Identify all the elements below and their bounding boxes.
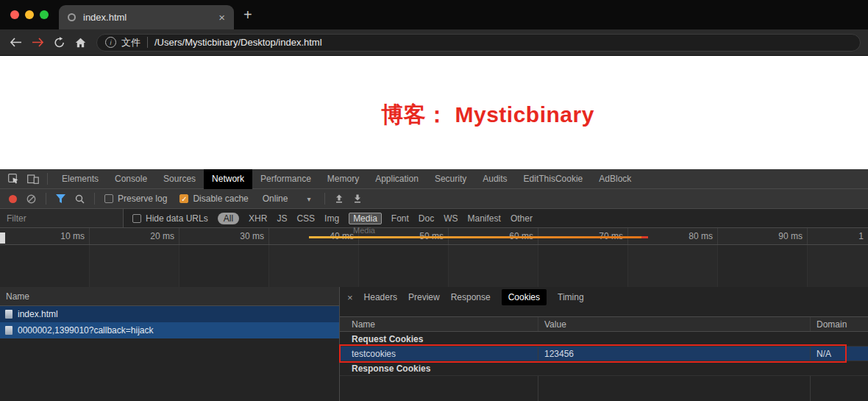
search-icon[interactable] (75, 194, 85, 204)
timeline-column: 1 (808, 228, 868, 244)
devtools-tab-application[interactable]: Application (367, 169, 427, 189)
browser-tab[interactable]: index.html × (59, 5, 234, 29)
timeline-tick-label: 30 ms (240, 231, 264, 241)
timeline-column: 30 ms (179, 228, 269, 244)
filter-type-doc[interactable]: Doc (419, 213, 434, 224)
detail-tab-response[interactable]: Response (451, 292, 491, 302)
preserve-log-label: Preserve log (118, 194, 167, 204)
hide-data-urls-checkbox[interactable]: Hide data URLs (132, 213, 208, 224)
throttling-select[interactable]: Online ▾ (263, 194, 311, 204)
device-toolbar-icon[interactable] (27, 174, 39, 184)
forward-button[interactable] (32, 38, 44, 47)
checkbox-unchecked[interactable] (104, 194, 113, 203)
filler-cell (538, 376, 811, 401)
hide-data-urls-label: Hide data URLs (146, 213, 208, 224)
new-tab-button[interactable]: + (243, 7, 252, 23)
cookie-value: 123456 (538, 347, 811, 361)
waterfall-column (179, 245, 269, 287)
devtools-tab-elements[interactable]: Elements (54, 169, 107, 189)
filter-type-media[interactable]: Media (349, 213, 382, 224)
checkbox-checked[interactable]: ✓ (179, 194, 188, 203)
record-button[interactable] (9, 195, 17, 203)
timeline-scroll-handle[interactable] (0, 233, 5, 244)
devtools-tab-console[interactable]: Console (107, 169, 155, 189)
detail-tab-cookies[interactable]: Cookies (502, 289, 547, 305)
url-bar[interactable]: i 文件 /Users/Mysticbinary/Desktop/index.h… (96, 34, 861, 52)
close-detail-icon[interactable]: × (347, 292, 353, 303)
import-har-icon[interactable] (335, 194, 344, 203)
detail-tab-timing[interactable]: Timing (558, 292, 584, 302)
network-filter-bar: Hide data URLs All XHR JS CSS Img Media … (0, 209, 868, 228)
home-icon[interactable] (75, 38, 86, 48)
page-title: 博客： Mysticbinary (107, 100, 868, 130)
cookie-row-testcookies[interactable]: testcookies 123456 N/A (340, 347, 868, 361)
devtools-tab-network[interactable]: Network (204, 169, 252, 189)
timeline-tick-label: 20 ms (150, 231, 174, 241)
page-info-icon[interactable]: i (105, 37, 116, 48)
window-controls (10, 10, 49, 19)
toolbar-divider (94, 193, 95, 205)
col-header-name[interactable]: Name (340, 317, 538, 331)
tab-close-icon[interactable]: × (218, 12, 225, 23)
filter-type-xhr[interactable]: XHR (249, 213, 267, 224)
preserve-log-checkbox[interactable]: Preserve log (104, 194, 167, 204)
filter-type-all[interactable]: All (218, 213, 239, 224)
minimize-window-button[interactable] (25, 10, 34, 19)
filter-type-ws[interactable]: WS (444, 213, 458, 224)
devtools-tab-memory[interactable]: Memory (319, 169, 367, 189)
filter-funnel-icon[interactable] (56, 194, 65, 203)
devtools-tab-adblock[interactable]: AdBlock (591, 169, 639, 189)
request-name: 0000002,1399010?callback=hijack (18, 325, 153, 336)
clear-button[interactable] (26, 194, 36, 204)
devtools-tab-bar: Elements Console Sources Network Perform… (0, 169, 868, 189)
zoom-window-button[interactable] (40, 10, 49, 19)
waterfall-area (0, 245, 868, 287)
devtools-tab-editthiscookie[interactable]: EditThisCookie (516, 169, 591, 189)
throttling-value: Online (263, 194, 288, 204)
waterfall-column (538, 245, 628, 287)
file-icon (5, 326, 13, 335)
devtools-tab-audits[interactable]: Audits (474, 169, 515, 189)
timeline-tick-label: 1 (858, 231, 864, 241)
request-row[interactable]: 0000002,1399010?callback=hijack (0, 322, 339, 338)
requests-header[interactable]: Name (0, 287, 339, 306)
filter-type-font[interactable]: Font (391, 213, 409, 224)
devtools-tab-performance[interactable]: Performance (252, 169, 319, 189)
col-header-value[interactable]: Value (538, 317, 811, 331)
checkbox-unchecked[interactable] (132, 214, 141, 223)
url-divider (147, 37, 148, 48)
disable-cache-checkbox[interactable]: ✓ Disable cache (179, 194, 248, 204)
request-row[interactable]: index.html (0, 306, 339, 322)
cookie-name: testcookies (340, 347, 538, 361)
request-detail-panel: × Headers Preview Response Cookies Timin… (340, 287, 868, 401)
filter-type-js[interactable]: JS (277, 213, 287, 224)
detail-tab-headers[interactable]: Headers (364, 292, 397, 302)
browser-window: index.html × + i 文件 /Users/Mysticbinary/… (0, 0, 868, 401)
filter-type-img[interactable]: Img (324, 213, 339, 224)
export-har-icon[interactable] (353, 194, 362, 203)
filter-type-css[interactable]: CSS (296, 213, 315, 224)
toolbar-divider (46, 193, 46, 205)
col-header-domain[interactable]: Domain (811, 317, 868, 331)
reload-icon[interactable] (54, 37, 65, 48)
network-filter-input[interactable] (0, 209, 124, 227)
page-content: 博客： Mysticbinary (0, 56, 868, 169)
devtools-tab-security[interactable]: Security (427, 169, 474, 189)
timeline-tick-label: 80 ms (689, 231, 713, 241)
requests-panel: Name index.html 0000002,1399010?callback… (0, 287, 340, 401)
address-bar: i 文件 /Users/Mysticbinary/Desktop/index.h… (0, 29, 868, 56)
back-button[interactable] (10, 38, 22, 47)
toolbar-divider (47, 173, 48, 185)
detail-tab-preview[interactable]: Preview (408, 292, 440, 302)
load-time-line (309, 236, 641, 238)
waterfall-column (269, 245, 359, 287)
inspect-element-icon[interactable] (8, 174, 19, 184)
filter-type-manifest[interactable]: Manifest (468, 213, 501, 224)
devtools-tab-sources[interactable]: Sources (155, 169, 204, 189)
load-time-line-end (641, 236, 648, 238)
chevron-down-icon: ▾ (307, 195, 310, 203)
timeline-tick-label: 90 ms (778, 231, 803, 241)
filter-type-other[interactable]: Other (511, 213, 533, 224)
close-window-button[interactable] (10, 10, 19, 19)
security-chip-label: 文件 (121, 36, 140, 49)
